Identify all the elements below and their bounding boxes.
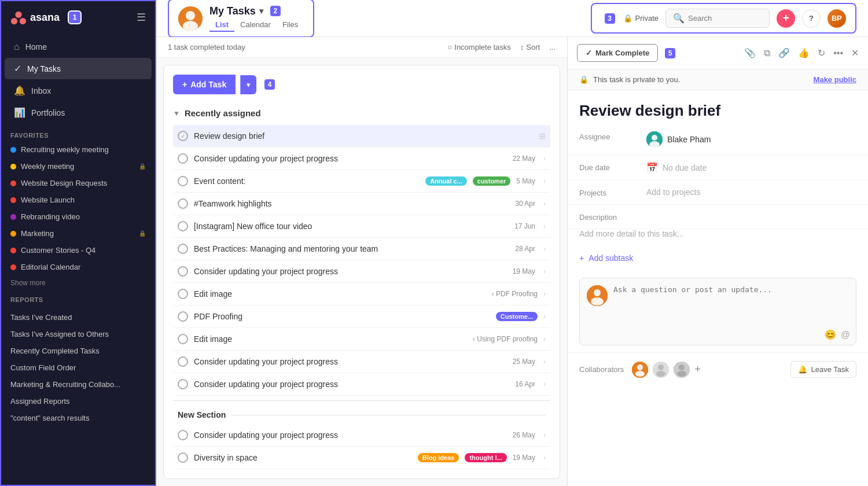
task-check-icon[interactable] xyxy=(178,153,188,164)
task-item[interactable]: #Teamwork highlights 30 Apr › xyxy=(173,193,550,215)
fav-label: Weekly meeting xyxy=(21,162,74,171)
attachment-icon[interactable]: 📎 xyxy=(744,47,756,58)
collaborator-avatar-2 xyxy=(653,362,669,378)
projects-value[interactable]: Add to projects xyxy=(646,187,700,197)
asana-logo-icon xyxy=(10,9,27,25)
comment-avatar-img xyxy=(587,285,608,306)
assignee-value[interactable]: Blake Pham xyxy=(646,131,711,148)
task-item[interactable]: Best Practices: Managing and mentoring y… xyxy=(173,238,550,260)
header: My Tasks ▾ 2 List Calendar Files 3 🔒 Pri… xyxy=(156,0,868,37)
task-check-icon[interactable] xyxy=(178,289,188,299)
help-button[interactable]: ? xyxy=(802,9,821,28)
sidebar-item-my-tasks[interactable]: ✓ My Tasks xyxy=(5,58,152,79)
task-check-icon[interactable] xyxy=(178,379,188,389)
report-label: Marketing & Recruiting Collabo... xyxy=(10,380,120,389)
more-options-button[interactable]: ... xyxy=(549,43,556,51)
tab-files[interactable]: Files xyxy=(277,19,304,32)
link-icon[interactable]: 🔗 xyxy=(778,47,790,58)
task-item[interactable]: Edit image ‹ PDF Proofing › xyxy=(173,283,550,305)
report-recently-completed[interactable]: Recently Completed Tasks xyxy=(1,343,155,359)
refresh-icon[interactable]: ↻ xyxy=(818,47,825,58)
task-item[interactable]: Consider updating your project progress … xyxy=(173,260,550,283)
search-box[interactable]: 🔍 xyxy=(665,9,770,28)
report-custom-field[interactable]: Custom Field Order xyxy=(1,359,155,376)
hamburger-menu-icon[interactable]: ☰ xyxy=(137,11,146,24)
task-date: 5 May xyxy=(516,177,535,185)
task-item[interactable]: Consider updating your project progress … xyxy=(173,351,550,373)
fav-item-weekly[interactable]: Weekly meeting 🔒 xyxy=(1,158,155,175)
task-item[interactable]: PDF Proofing Custome... › xyxy=(173,305,550,328)
leave-task-button[interactable]: 🔔 Leave Task xyxy=(790,361,856,378)
task-check-icon[interactable] xyxy=(178,311,188,322)
task-check-icon[interactable] xyxy=(178,244,188,254)
task-item[interactable]: Consider updating your project progress … xyxy=(173,148,550,170)
add-button[interactable]: + xyxy=(777,9,795,28)
mark-complete-button[interactable]: ✓ Mark Complete xyxy=(577,44,658,62)
description-placeholder[interactable]: Add more detail to this task... xyxy=(568,229,868,245)
task-check-icon[interactable] xyxy=(178,266,188,277)
fav-label: Editorial Calendar xyxy=(21,263,80,271)
due-date-value[interactable]: 📅 No due date xyxy=(646,162,707,173)
add-task-button[interactable]: + Add Task xyxy=(173,75,236,94)
task-check-icon[interactable] xyxy=(178,452,188,463)
task-check-icon[interactable] xyxy=(178,334,188,344)
copy-icon[interactable]: ⧉ xyxy=(764,48,770,58)
task-check-icon[interactable] xyxy=(178,221,188,231)
section-toggle-icon[interactable]: ▼ xyxy=(173,109,180,117)
task-name: Consider updating your project progress xyxy=(194,267,507,276)
show-more-button[interactable]: Show more xyxy=(1,275,155,290)
add-to-projects-text: Add to projects xyxy=(646,187,700,197)
sidebar-item-home[interactable]: ⌂ Home xyxy=(5,36,152,57)
task-item[interactable]: Consider updating your project progress … xyxy=(173,373,550,396)
report-tasks-assigned[interactable]: Tasks I've Assigned to Others xyxy=(1,326,155,343)
task-check-icon[interactable] xyxy=(178,356,188,367)
fav-item-rebranding[interactable]: Rebranding video xyxy=(1,208,155,225)
fav-item-editorial[interactable]: Editorial Calendar xyxy=(1,259,155,275)
fav-item-customer-stories[interactable]: Customer Stories - Q4 xyxy=(1,242,155,259)
title-chevron-icon[interactable]: ▾ xyxy=(259,6,263,16)
comment-input[interactable] xyxy=(613,285,849,320)
task-check-icon[interactable] xyxy=(178,176,188,186)
task-item[interactable]: Edit image ‹ Using PDF proofing › xyxy=(173,328,550,351)
report-tasks-created[interactable]: Tasks I've Created xyxy=(1,309,155,326)
make-public-button[interactable]: Make public xyxy=(814,75,856,84)
fav-item-website-design[interactable]: Website Design Requests xyxy=(1,175,155,192)
task-check-icon[interactable] xyxy=(178,430,188,440)
fav-item-website-launch[interactable]: Website Launch xyxy=(1,192,155,208)
sort-button[interactable]: ↕ Sort xyxy=(520,43,540,51)
task-item[interactable]: Consider updating your project progress … xyxy=(173,424,550,447)
task-item[interactable]: [Instagram] New office tour video 17 Jun… xyxy=(173,215,550,238)
search-input[interactable] xyxy=(688,14,762,23)
tag-blog: Blog ideas xyxy=(418,453,459,462)
more-options-icon[interactable]: ••• xyxy=(833,48,843,58)
thumbs-up-icon[interactable]: 👍 xyxy=(798,47,810,58)
task-check-icon[interactable]: ✓ xyxy=(178,131,188,141)
task-item[interactable]: Event content: Annual c... customer 5 Ma… xyxy=(173,170,550,193)
tab-calendar[interactable]: Calendar xyxy=(234,19,277,32)
add-task-dropdown[interactable]: ▾ xyxy=(240,75,256,94)
emoji-icon[interactable]: 😊 xyxy=(825,329,836,340)
calendar-icon: 📅 xyxy=(646,162,658,173)
sidebar-item-inbox[interactable]: 🔔 Inbox xyxy=(5,80,152,101)
fav-label: Rebranding video xyxy=(21,212,80,221)
section-title-recently: Recently assigned xyxy=(185,108,261,118)
task-check-icon[interactable] xyxy=(178,198,188,209)
task-item[interactable]: ✓ Review design brief ⊞ xyxy=(173,125,550,148)
report-content-search[interactable]: "content" search results xyxy=(1,410,155,426)
chevron-right-icon: › xyxy=(543,177,546,185)
close-icon[interactable]: ✕ xyxy=(851,47,859,58)
tab-list[interactable]: List xyxy=(209,19,234,32)
incomplete-tasks-filter[interactable]: ○ Incomplete tasks xyxy=(447,43,510,51)
fav-label: Website Launch xyxy=(21,196,75,204)
fav-item-recruiting[interactable]: Recruiting weekly meeting xyxy=(1,141,155,158)
report-marketing-recruiting[interactable]: Marketing & Recruiting Collabo... xyxy=(1,376,155,393)
asana-logo[interactable]: asana xyxy=(10,9,60,25)
task-item[interactable]: Diversity in space Blog ideas thought l.… xyxy=(173,447,550,469)
add-collaborator-button[interactable]: + xyxy=(694,363,701,375)
sidebar-item-portfolios[interactable]: 📊 Portfolios xyxy=(5,102,152,123)
user-avatar-header[interactable]: BP xyxy=(827,9,846,28)
fav-item-marketing[interactable]: Marketing 🔒 xyxy=(1,225,155,242)
add-subtask-button[interactable]: + Add subtask xyxy=(568,245,868,271)
at-mention-icon[interactable]: @ xyxy=(841,330,850,340)
report-assigned[interactable]: Assigned Reports xyxy=(1,393,155,410)
